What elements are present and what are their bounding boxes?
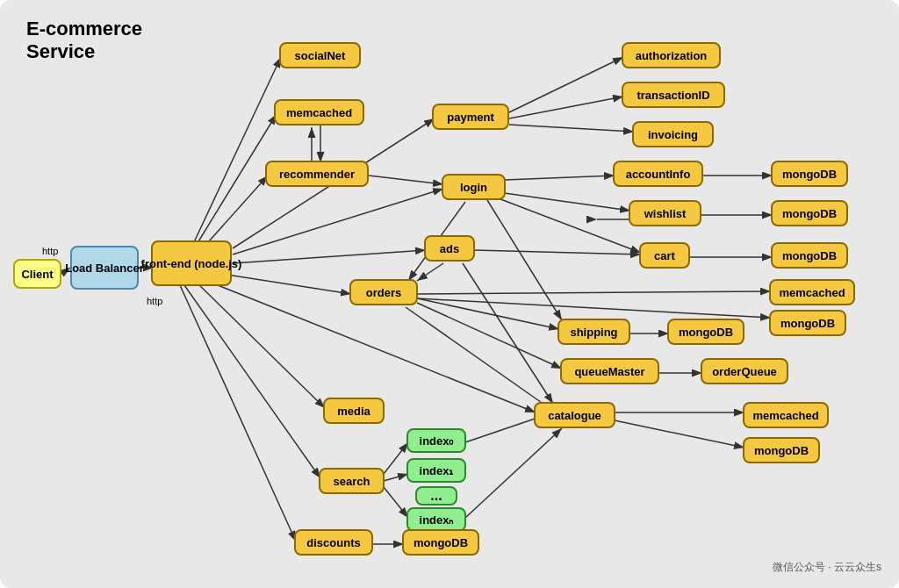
wishlist-node: wishlist: [629, 200, 701, 226]
svg-line-23: [496, 197, 641, 253]
login-node: login: [442, 174, 506, 200]
memcached3-node: memcached: [743, 402, 829, 428]
svg-line-27: [417, 263, 443, 281]
accountinfo-node: accountInfo: [613, 161, 703, 187]
svg-line-22: [492, 191, 630, 211]
authorization-node: authorization: [622, 42, 721, 68]
mongodb5-node: mongoDB: [667, 319, 744, 345]
svg-line-29: [417, 298, 559, 329]
search-node: search: [319, 468, 385, 494]
svg-line-28: [463, 263, 553, 404]
svg-line-31: [406, 307, 553, 411]
svg-line-18: [509, 57, 623, 112]
svg-line-7: [233, 189, 443, 255]
svg-line-41: [384, 487, 408, 518]
invoicing-node: invoicing: [632, 121, 714, 147]
mongodb4-node: mongoDB: [769, 310, 846, 336]
mongodb6-node: mongoDB: [743, 437, 820, 463]
diagram-title: E-commerceService: [26, 18, 142, 64]
ads-node: ads: [424, 235, 475, 262]
svg-line-25: [487, 200, 562, 320]
memcached1-node: memcached: [274, 99, 364, 125]
indexn-node: indexₙ: [406, 507, 466, 532]
mongodb7-node: mongoDB: [402, 529, 479, 556]
http-label-2: http: [147, 296, 162, 306]
mongodb3-node: mongoDB: [771, 242, 848, 269]
recommender-node: recommender: [265, 161, 369, 187]
index1-node: index₁: [406, 458, 466, 483]
svg-line-20: [509, 125, 634, 132]
svg-line-10: [193, 279, 325, 408]
shipping-node: shipping: [557, 319, 630, 345]
catalogue-node: catalogue: [534, 402, 615, 428]
load-balancer-node: Load Balancer: [70, 246, 139, 290]
svg-line-9: [211, 272, 351, 294]
svg-line-26: [474, 250, 641, 255]
diagram-container: E-commerceService: [0, 0, 899, 588]
mongodb1-node: mongoDB: [771, 161, 848, 187]
queuemaster-node: queueMaster: [560, 358, 659, 384]
svg-line-39: [384, 442, 408, 474]
svg-line-46: [417, 298, 771, 318]
cart-node: cart: [639, 242, 690, 269]
frontend-node: front-end (node.js): [151, 240, 232, 286]
payment-node: payment: [432, 104, 509, 130]
index0-node: index₀: [406, 428, 466, 453]
socialnet-node: socialNet: [279, 42, 361, 68]
svg-line-21: [505, 176, 615, 180]
svg-line-17: [369, 176, 443, 184]
http-label-1: http: [42, 246, 58, 256]
svg-line-45: [417, 291, 771, 294]
media-node: media: [323, 398, 385, 424]
client-node: Client: [13, 259, 61, 289]
svg-line-30: [417, 303, 562, 369]
svg-line-38: [610, 419, 744, 448]
transactionid-node: transactionID: [622, 82, 725, 108]
mongodb2-node: mongoDB: [771, 200, 848, 226]
svg-line-5: [193, 114, 277, 250]
svg-line-4: [193, 57, 281, 244]
svg-line-11: [184, 285, 320, 478]
svg-line-12: [180, 285, 296, 541]
discounts-node: discounts: [294, 529, 373, 556]
watermark: 微信公众号 · 云云众生s: [773, 560, 881, 575]
svg-line-43: [465, 428, 562, 518]
memcached2-node: memcached: [769, 279, 855, 305]
svg-line-40: [384, 474, 408, 481]
orderqueue-node: orderQueue: [701, 358, 788, 384]
svg-line-19: [509, 97, 623, 118]
index-dots-node: ...: [415, 486, 457, 506]
svg-line-8: [233, 250, 426, 263]
orders-node: orders: [349, 279, 418, 305]
